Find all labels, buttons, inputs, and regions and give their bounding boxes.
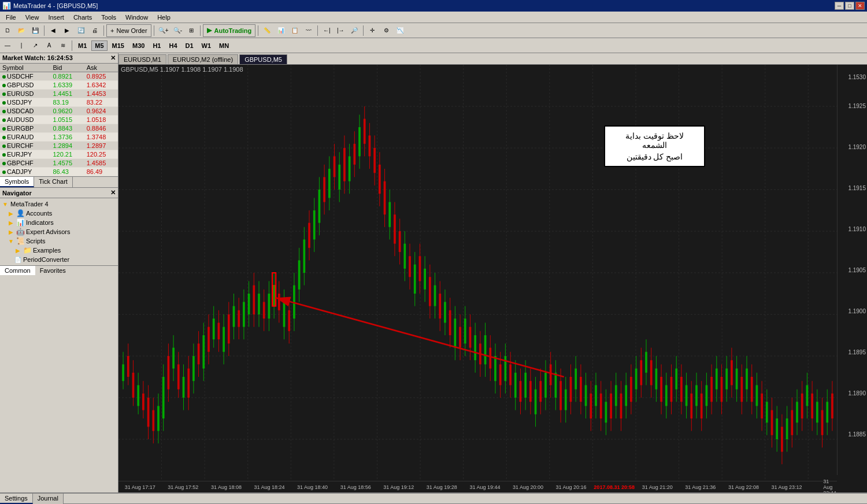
market-watch-row[interactable]: GBPUSD 1.6339 1.6342 xyxy=(0,81,118,90)
ask-cell: 120.25 xyxy=(84,150,118,159)
market-watch-row[interactable]: GBPCHF 1.4575 1.4585 xyxy=(0,159,118,168)
symbol-cell: EURJPY xyxy=(0,150,50,159)
time-label-1: 31 Aug 17:17 xyxy=(125,484,155,490)
col-ask: Ask xyxy=(84,64,118,72)
menu-file[interactable]: File xyxy=(1,13,21,22)
hline-tool[interactable]: | xyxy=(15,39,28,52)
bid-cell: 83.19 xyxy=(50,98,84,107)
market-watch-row[interactable]: EURAUD 1.3736 1.3748 xyxy=(0,133,118,142)
properties[interactable]: ⚙ xyxy=(380,24,392,37)
back-button[interactable]: ◀ xyxy=(47,24,60,37)
forward-button[interactable]: ▶ xyxy=(61,24,73,37)
chart-type[interactable]: 📉 xyxy=(394,24,406,37)
save-button[interactable]: 💾 xyxy=(29,24,42,37)
period-h1[interactable]: H1 xyxy=(149,40,164,51)
menu-view[interactable]: View xyxy=(21,13,44,22)
move-left[interactable]: ←| xyxy=(320,24,333,37)
market-watch-row[interactable]: CADJPY 86.43 86.49 xyxy=(0,168,118,176)
new-chart-button[interactable]: 🗋 xyxy=(1,24,14,37)
nav-accounts[interactable]: ▶ 👤 Accounts xyxy=(0,209,118,218)
nav-expert-advisors[interactable]: ▶ 🤖 Expert Advisors xyxy=(0,227,118,236)
market-watch-table: Symbol Bid Ask USDCHF 0.8921 0.8925 GBPU… xyxy=(0,64,118,176)
price-1.1920: 1.1920 xyxy=(848,144,866,150)
nav-metatrader4[interactable]: ▼ MetaTrader 4 xyxy=(0,199,118,209)
period-m15[interactable]: M15 xyxy=(109,40,128,51)
chart-zoom-in[interactable]: 🔍+ xyxy=(157,24,171,37)
move-right[interactable]: |→ xyxy=(334,24,347,37)
line-tool[interactable]: — xyxy=(1,39,14,52)
callout-box: لاحظ توقيت بداية الشمعه اصبح كل دقيقتين xyxy=(604,125,705,167)
tab-tick-chart[interactable]: Tick Chart xyxy=(34,177,73,187)
nav-indicators[interactable]: ▶ 📊 Indicators xyxy=(0,218,118,227)
time-label-7: 31 Aug 19:12 xyxy=(383,484,414,490)
nav-tab-favorites[interactable]: Favorites xyxy=(35,266,71,275)
chart-tab-eurusd-m2[interactable]: EURUSD,M2 (offline) xyxy=(168,54,238,64)
folder-icon: ▶ xyxy=(7,209,15,217)
arrow-tool[interactable]: ↗ xyxy=(29,39,42,52)
symbol-cell: USDCAD xyxy=(0,107,50,116)
indicators-list[interactable]: 📊 xyxy=(275,24,287,37)
chart-tab-gbpusd-m5[interactable]: GBPUSD,M5 xyxy=(239,54,287,64)
chart-canvas[interactable]: GBPUSD,M5 1.1907 1.1908 1.1907 1.1908 xyxy=(118,65,867,492)
bid-cell: 1.6339 xyxy=(50,81,84,90)
tester-tab-settings[interactable]: Settings xyxy=(0,494,33,504)
market-watch-row[interactable]: USDJPY 83.19 83.22 xyxy=(0,98,118,107)
market-watch-row[interactable]: EURJPY 120.21 120.25 xyxy=(0,150,118,159)
time-label-6: 31 Aug 18:56 xyxy=(340,484,371,490)
menu-help[interactable]: Help xyxy=(153,13,175,22)
new-order-button[interactable]: + New Order xyxy=(106,24,151,37)
crosshair[interactable]: ✛ xyxy=(366,24,379,37)
nav-scripts[interactable]: ▼ 📜 Scripts xyxy=(0,236,118,246)
restore-button[interactable]: □ xyxy=(845,2,854,10)
menu-window[interactable]: Window xyxy=(121,13,153,22)
market-watch-row[interactable]: EURCHF 1.2894 1.2897 xyxy=(0,142,118,150)
period-m1[interactable]: M1 xyxy=(75,40,90,51)
titlebar-controls: ─ □ ✕ xyxy=(835,2,865,10)
chart-fit[interactable]: ⊞ xyxy=(185,24,198,37)
market-watch-close[interactable]: ✕ xyxy=(110,54,116,62)
indicator-window[interactable]: 〰 xyxy=(302,24,315,37)
fib-tool[interactable]: ≋ xyxy=(57,39,69,52)
nav-examples[interactable]: ▶ 📁 Examples xyxy=(0,246,118,255)
period-m30[interactable]: M30 xyxy=(129,40,148,51)
autotrading-button[interactable]: ▶ AutoTrading xyxy=(203,24,255,37)
separator-5 xyxy=(258,25,258,36)
symbol-cell: AUDUSD xyxy=(0,116,50,124)
period-mn[interactable]: MN xyxy=(216,40,232,51)
minimize-button[interactable]: ─ xyxy=(835,2,844,10)
chart-zoom-out[interactable]: 🔍- xyxy=(171,24,184,37)
tester-tab-journal[interactable]: Journal xyxy=(33,494,64,504)
nav-examples-label: Examples xyxy=(33,247,61,254)
reload-button[interactable]: 🔄 xyxy=(75,24,87,37)
period-d1[interactable]: D1 xyxy=(182,40,197,51)
left-panel: Market Watch: 16:24:53 ✕ Symbol Bid Ask … xyxy=(0,53,118,492)
bid-cell: 0.8921 xyxy=(50,72,84,81)
template[interactable]: 📋 xyxy=(288,24,301,37)
symbol-cell: USDCHF xyxy=(0,72,50,81)
market-watch-row[interactable]: AUDUSD 1.0515 1.0518 xyxy=(0,116,118,124)
chart-tab-eurusd-m1[interactable]: EURUSD,M1 xyxy=(118,54,166,64)
market-watch-row[interactable]: USDCAD 0.9620 0.9624 xyxy=(0,107,118,116)
period-w1[interactable]: W1 xyxy=(198,40,215,51)
close-button[interactable]: ✕ xyxy=(855,2,865,10)
line-studies[interactable]: 📏 xyxy=(261,24,273,37)
menu-insert[interactable]: Insert xyxy=(43,13,69,22)
navigator-close[interactable]: ✕ xyxy=(110,189,116,197)
period-m5[interactable]: M5 xyxy=(91,40,107,51)
market-watch-row[interactable]: EURGBP 0.8843 0.8846 xyxy=(0,124,118,133)
period-h4[interactable]: H4 xyxy=(165,40,180,51)
text-tool[interactable]: A xyxy=(43,39,55,52)
menu-charts[interactable]: Charts xyxy=(69,13,97,22)
ask-cell: 1.4453 xyxy=(84,90,118,98)
menu-tools[interactable]: Tools xyxy=(97,13,121,22)
print-button[interactable]: 🖨 xyxy=(88,24,101,37)
bid-cell: 1.3736 xyxy=(50,133,84,142)
nav-period-converter[interactable]: 📄 PeriodConverter xyxy=(0,255,118,264)
market-watch-row[interactable]: EURUSD 1.4451 1.4453 xyxy=(0,90,118,98)
zoom-area[interactable]: 🔎 xyxy=(348,24,361,37)
nav-tab-common[interactable]: Common xyxy=(0,266,35,275)
folder-icon: ▼ xyxy=(7,237,15,245)
open-button[interactable]: 📂 xyxy=(15,24,28,37)
market-watch-row[interactable]: USDCHF 0.8921 0.8925 xyxy=(0,72,118,81)
tab-symbols[interactable]: Symbols xyxy=(0,177,34,187)
